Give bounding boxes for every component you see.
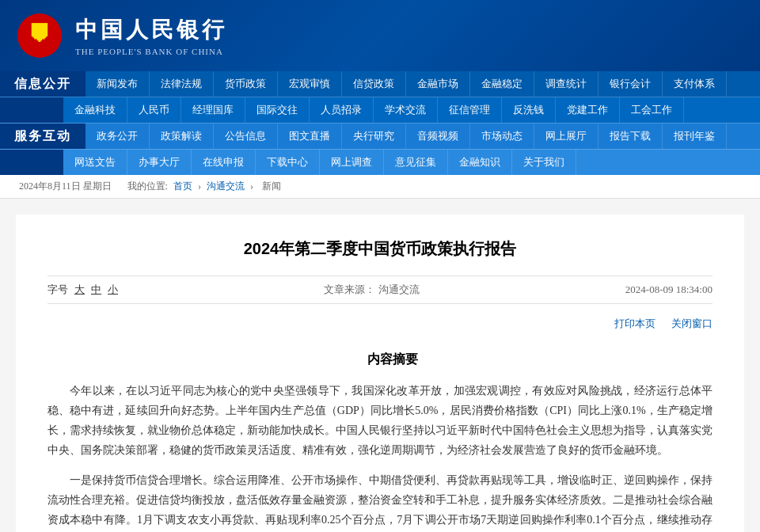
close-button[interactable]: 关闭窗口 (671, 317, 712, 331)
nav-item-gov-affairs[interactable]: 政务公开 (86, 124, 150, 149)
nav-item-credit-mgmt[interactable]: 征信管理 (438, 97, 502, 123)
logo-cn: 中国人民银行 (75, 15, 227, 45)
nav-item-send[interactable]: 网送文告 (63, 150, 127, 175)
site-header: ⛊ 中国人民银行 THE PEOPLE'S BANK OF CHINA (0, 0, 760, 71)
nav-item-survey2[interactable]: 网上调查 (320, 150, 384, 175)
logo-text-group: 中国人民银行 THE PEOPLE'S BANK OF CHINA (75, 15, 227, 56)
nav-item-laws[interactable]: 法律法规 (150, 71, 214, 97)
breadcrumb-home[interactable]: 首页 (173, 180, 192, 192)
nav-row-1: 信息公开 新闻发布 法律法规 货币政策 宏观审慎 信贷政策 金融市场 金融稳定 … (0, 71, 760, 97)
nav-row-3: 服务互动 政务公开 政策解读 公告信息 图文直播 央行研究 音频视频 市场动态 … (0, 123, 760, 149)
source-value: 沟通交流 (378, 283, 420, 295)
nav-label-spacer-1 (0, 97, 63, 123)
nav-item-reports[interactable]: 报告下载 (598, 124, 663, 149)
nav-item-intl[interactable]: 国际交往 (245, 97, 310, 123)
body-paragraph-2: 一是保持货币信贷合理增长。综合运用降准、公开市场操作、中期借贷便利、再贷款再贴现… (48, 470, 712, 532)
nav-item-media[interactable]: 音频视频 (406, 124, 470, 149)
nav-item-research[interactable]: 央行研究 (342, 124, 406, 149)
breadcrumb: 2024年8月11日 星期日 我的位置: 首页 › 沟通交流 › 新闻 (0, 175, 760, 199)
font-label: 字号 (48, 283, 68, 297)
nav-item-about[interactable]: 关于我们 (512, 150, 576, 175)
nav-item-aml[interactable]: 反洗钱 (502, 97, 556, 123)
breadcrumb-sep2: › (250, 180, 256, 192)
nav-item-yearbook[interactable]: 报刊年鉴 (663, 124, 727, 149)
breadcrumb-location-label: 我的位置: (127, 180, 168, 192)
nav-row-2: 金融科技 人民币 经理国库 国际交往 人员招录 学术交流 征信管理 反洗钱 党建… (0, 97, 760, 123)
article-date: 2024-08-09 18:34:00 (625, 283, 712, 296)
body-paragraph-1: 今年以来，在以习近平同志为核心的党中央坚强领导下，我国深化改革开放，加强宏观调控… (48, 381, 712, 461)
breadcrumb-level3: 新闻 (262, 180, 281, 192)
pboc-emblem: ⛊ (16, 12, 63, 59)
nav-item-announcements[interactable]: 公告信息 (214, 124, 278, 149)
nav-item-academic[interactable]: 学术交流 (374, 97, 438, 123)
nav-item-knowledge[interactable]: 金融知识 (448, 150, 512, 175)
nav-item-financial-market[interactable]: 金融市场 (406, 71, 470, 97)
article-actions: 打印本页 关闭窗口 (48, 312, 712, 336)
nav-item-policy-interp[interactable]: 政策解读 (150, 124, 214, 149)
breadcrumb-level2[interactable]: 沟通交流 (207, 180, 245, 192)
print-button[interactable]: 打印本页 (614, 317, 656, 331)
nav-item-credit[interactable]: 信贷政策 (342, 71, 406, 97)
summary-title: 内容摘要 (48, 348, 712, 371)
nav-item-monetary[interactable]: 货币政策 (214, 71, 278, 97)
nav-items-row3: 政务公开 政策解读 公告信息 图文直播 央行研究 音频视频 市场动态 网上展厅 … (86, 124, 760, 149)
article-title: 2024年第二季度中国货币政策执行报告 (48, 238, 712, 260)
article-meta: 字号 大 中 小 文章来源： 沟通交流 2024-08-09 18:34:00 (48, 276, 712, 304)
breadcrumb-date: 2024年8月11日 星期日 (19, 180, 112, 192)
logo-en: THE PEOPLE'S BANK OF CHINA (75, 47, 227, 56)
nav-item-survey[interactable]: 调查统计 (534, 71, 598, 97)
font-medium-btn[interactable]: 中 (91, 283, 101, 297)
font-large-btn[interactable]: 大 (74, 283, 85, 297)
nav-label-spacer-2 (0, 150, 63, 175)
nav-item-payment[interactable]: 支付体系 (663, 71, 727, 97)
article-body: 内容摘要 今年以来，在以习近平同志为核心的党中央坚强领导下，我国深化改革开放，加… (48, 348, 712, 532)
nav-item-download[interactable]: 下载中心 (256, 150, 320, 175)
font-size-controls: 字号 大 中 小 (48, 283, 118, 297)
nav-items-row2: 金融科技 人民币 经理国库 国际交往 人员招录 学术交流 征信管理 反洗钱 党建… (63, 97, 760, 123)
breadcrumb-sep1: › (198, 180, 203, 192)
nav-item-news[interactable]: 新闻发布 (86, 71, 150, 97)
nav-label-2: 服务互动 (0, 124, 86, 149)
nav-item-market[interactable]: 市场动态 (470, 124, 534, 149)
nav-item-party[interactable]: 党建工作 (556, 97, 620, 123)
nav-item-apply[interactable]: 在线申报 (192, 150, 256, 175)
source-label: 文章来源： (324, 283, 375, 295)
nav-item-union[interactable]: 工会工作 (620, 97, 684, 123)
nav-item-hall[interactable]: 网上展厅 (534, 124, 598, 149)
article-source: 文章来源： 沟通交流 (324, 283, 419, 297)
nav-item-recruit[interactable]: 人员招录 (310, 97, 374, 123)
nav-row-4: 网送文告 办事大厅 在线申报 下载中心 网上调查 意见征集 金融知识 关于我们 (0, 149, 760, 175)
nav-item-macro[interactable]: 宏观审慎 (278, 71, 342, 97)
nav-item-financial-stable[interactable]: 金融稳定 (470, 71, 534, 97)
nav-item-treasury[interactable]: 经理国库 (181, 97, 245, 123)
nav-item-fintech[interactable]: 金融科技 (63, 97, 127, 123)
nav-item-feedback[interactable]: 意见征集 (384, 150, 448, 175)
nav-items-row4: 网送文告 办事大厅 在线申报 下载中心 网上调查 意见征集 金融知识 关于我们 (63, 150, 760, 175)
svg-text:⛊: ⛊ (28, 22, 51, 47)
content-wrapper: 2024年第二季度中国货币政策执行报告 字号 大 中 小 文章来源： 沟通交流 … (0, 199, 760, 532)
nav-item-rmb[interactable]: 人民币 (127, 97, 181, 123)
nav-label-1: 信息公开 (0, 71, 86, 97)
nav-item-banking[interactable]: 银行会计 (598, 71, 663, 97)
nav-items-row1: 新闻发布 法律法规 货币政策 宏观审慎 信贷政策 金融市场 金融稳定 调查统计 … (86, 71, 760, 97)
font-small-btn[interactable]: 小 (108, 283, 118, 297)
nav-item-service[interactable]: 办事大厅 (127, 150, 192, 175)
nav-item-live[interactable]: 图文直播 (278, 124, 342, 149)
logo-area: ⛊ 中国人民银行 THE PEOPLE'S BANK OF CHINA (16, 12, 227, 59)
article-box: 2024年第二季度中国货币政策执行报告 字号 大 中 小 文章来源： 沟通交流 … (16, 215, 744, 532)
nav-wrapper: 信息公开 新闻发布 法律法规 货币政策 宏观审慎 信贷政策 金融市场 金融稳定 … (0, 71, 760, 175)
